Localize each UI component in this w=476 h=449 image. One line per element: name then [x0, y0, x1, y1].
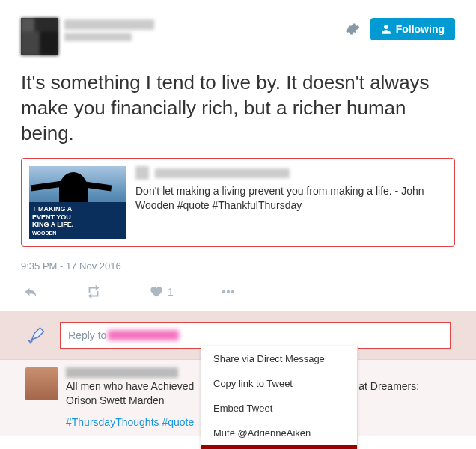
header-actions: Following: [345, 18, 455, 40]
menu-item-mute-this-conversation[interactable]: Mute this conversation: [201, 445, 357, 449]
gear-icon[interactable]: [345, 22, 360, 37]
like-button[interactable]: 1: [150, 285, 174, 299]
reply-icon: [24, 285, 37, 299]
like-count: 1: [168, 286, 174, 298]
reply-input[interactable]: Reply to: [60, 322, 451, 349]
more-button[interactable]: [222, 290, 235, 294]
tweet-text: It's something I tend to live by. It doe…: [21, 70, 455, 146]
svg-point-2: [231, 290, 234, 293]
reply-avatar[interactable]: [25, 367, 58, 400]
more-icon: [222, 290, 235, 294]
more-menu: Share via Direct MessageCopy link to Twe…: [201, 346, 358, 449]
following-label: Following: [396, 23, 445, 35]
svg-point-1: [227, 290, 230, 293]
heart-icon: [150, 285, 163, 299]
quoted-tweet[interactable]: T MAKING A EVENT YOU KING A LIFE. WOODEN…: [21, 158, 455, 247]
quoted-avatar: [135, 166, 149, 180]
svg-point-0: [222, 290, 225, 293]
following-button[interactable]: Following: [370, 18, 455, 40]
tweet-actions: 1: [21, 278, 455, 311]
tweet-header: Following: [21, 18, 455, 55]
user-text: [64, 18, 154, 41]
quoted-username: [155, 168, 290, 178]
tweet-card: Following It's something I tend to live …: [0, 0, 476, 311]
quoted-image: T MAKING A EVENT YOU KING A LIFE. WOODEN: [29, 166, 126, 239]
menu-item-embed-tweet[interactable]: Embed Tweet: [201, 396, 357, 421]
reply-button[interactable]: [24, 285, 37, 299]
retweet-icon: [85, 284, 102, 300]
quill-icon: [27, 324, 49, 346]
retweet-button[interactable]: [85, 284, 102, 300]
quoted-text: Don't let making a living prevent you fr…: [135, 184, 447, 213]
menu-item-mute-adrienneaiken[interactable]: Mute @AdrienneAiken: [201, 421, 357, 445]
menu-item-share-via-direct-message[interactable]: Share via Direct Message: [201, 346, 357, 371]
avatar[interactable]: [21, 18, 58, 55]
menu-item-copy-link-to-tweet[interactable]: Copy link to Tweet: [201, 371, 357, 396]
timestamp[interactable]: 9:35 PM - 17 Nov 2016: [21, 260, 455, 272]
quoted-body: Don't let making a living prevent you fr…: [135, 166, 447, 239]
user-info[interactable]: [21, 18, 154, 55]
user-icon: [381, 24, 391, 34]
self-avatar[interactable]: [25, 323, 51, 348]
